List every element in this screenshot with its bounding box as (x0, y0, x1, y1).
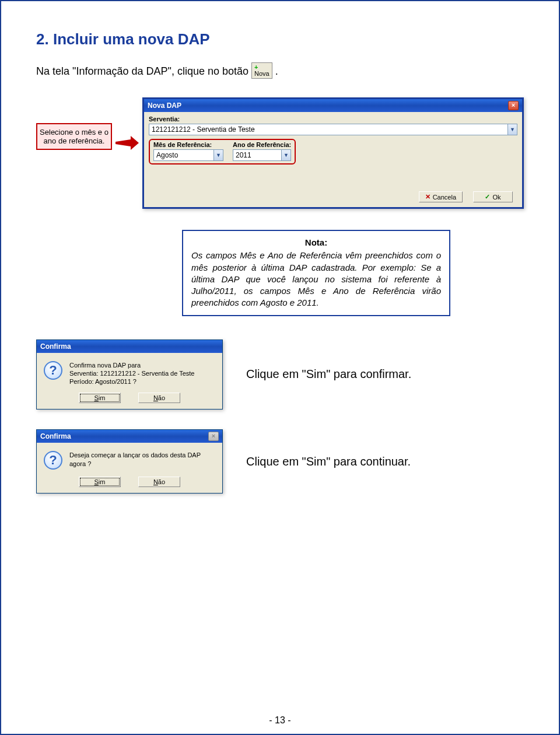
ano-select[interactable]: 2011 ▼ (233, 149, 291, 161)
confirm2-titlebar: Confirma × (37, 430, 222, 443)
question-icon: ? (44, 361, 62, 380)
nao-label: Não (153, 478, 165, 485)
close-icon: × (208, 432, 219, 441)
confirm2-instruction: Clique em "Sim" para continuar. (246, 455, 411, 468)
serventia-value: 1212121212 - Serventia de Teste (152, 125, 255, 134)
nova-dap-title: Nova DAP (148, 102, 181, 110)
nova-label: Nova (254, 70, 270, 77)
close-icon[interactable]: × (508, 101, 519, 110)
nova-dap-buttons: ✕ Cancela ✓ Ok (144, 187, 522, 207)
check-icon: ✓ (485, 193, 490, 201)
chevron-down-icon: ▼ (281, 150, 290, 160)
x-icon: ✕ (425, 193, 430, 201)
note-body: Os campos Mês e Ano de Referência vêm pr… (191, 250, 441, 307)
note-title: Nota: (191, 237, 441, 249)
ano-label: Ano de Referência: (233, 141, 291, 148)
serventia-label: Serventia: (149, 116, 517, 123)
page-number: - 13 - (1, 715, 559, 726)
sim-button[interactable]: Sim (79, 477, 121, 487)
nao-button[interactable]: Não (138, 477, 180, 487)
confirm2-title: Confirma (40, 432, 71, 440)
confirm1-title: Confirma (40, 342, 71, 351)
sim-label: Sim (94, 394, 106, 401)
nao-label: Não (153, 394, 165, 401)
intro-prefix: Na tela "Informação da DAP", clique no b… (36, 65, 251, 77)
cancel-button[interactable]: ✕ Cancela (419, 191, 463, 202)
question-icon: ? (44, 451, 62, 470)
svg-marker-0 (116, 136, 139, 150)
mes-label: Mês de Referência: (153, 141, 223, 148)
sim-label: Sim (94, 478, 106, 485)
confirm1-titlebar: Confirma (37, 340, 222, 353)
ok-label: Ok (492, 194, 501, 201)
confirm2-text: Deseja começar a lançar os dados desta D… (69, 451, 215, 470)
chevron-down-icon: ▼ (508, 124, 517, 135)
chevron-down-icon: ▼ (214, 150, 223, 160)
callout-reference: Selecione o mês e o ano de referência. (36, 123, 112, 150)
confirm1-line3: Período: Agosto/2011 ? (69, 377, 194, 386)
serventia-select[interactable]: 1212121212 - Serventia de Teste ▼ (149, 124, 517, 135)
confirm2-line1: Deseja começar a lançar os dados desta D… (69, 451, 215, 468)
confirm1-text: Confirma nova DAP para Serventia: 121212… (69, 361, 194, 386)
nova-dap-titlebar: Nova DAP × (144, 99, 522, 112)
confirm1-instruction: Clique em "Sim" para confirmar. (246, 368, 411, 381)
nova-button-inline[interactable]: + Nova (251, 62, 272, 79)
reference-highlight: Mês de Referência: Agosto ▼ Ano de Refer… (149, 139, 296, 164)
confirm1-line2: Serventia: 1212121212 - Serventia de Tes… (69, 369, 194, 377)
nao-button[interactable]: Não (138, 393, 180, 403)
confirm1-line1: Confirma nova DAP para (69, 361, 194, 369)
confirm-dialog-2: Confirma × ? Deseja começar a lançar os … (36, 429, 223, 494)
ok-button[interactable]: ✓ Ok (473, 191, 513, 202)
mes-value: Agosto (156, 151, 178, 159)
confirm-dialog-1: Confirma ? Confirma nova DAP para Serven… (36, 340, 223, 410)
section-title: 2. Incluir uma nova DAP (36, 30, 524, 48)
intro-line: Na tela "Informação da DAP", clique no b… (36, 64, 524, 80)
callout-arrow (116, 136, 139, 153)
nova-dap-dialog: Nova DAP × Serventia: 1212121212 - Serve… (142, 97, 524, 209)
note-box: Nota: Os campos Mês e Ano de Referência … (182, 230, 450, 316)
intro-suffix: . (275, 65, 278, 77)
mes-select[interactable]: Agosto ▼ (153, 149, 223, 161)
ano-value: 2011 (236, 151, 251, 159)
sim-button[interactable]: Sim (79, 393, 121, 403)
cancel-label: Cancela (433, 194, 456, 201)
